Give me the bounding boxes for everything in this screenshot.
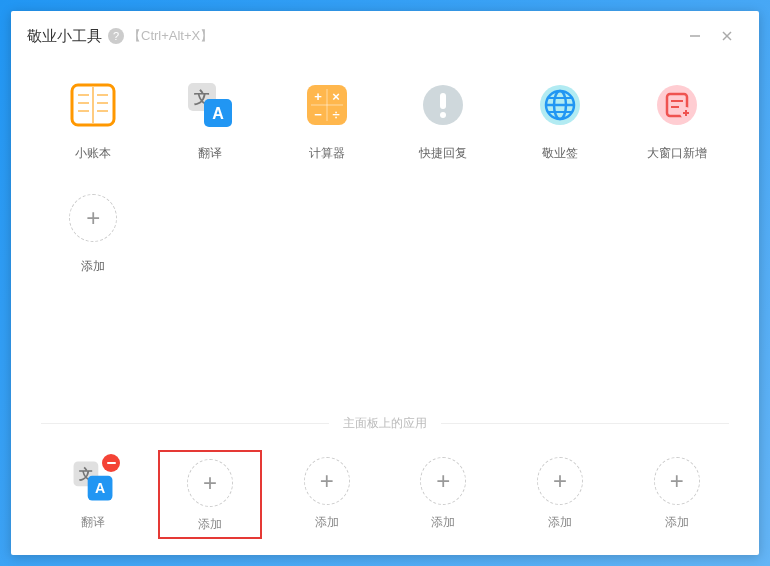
ledger-icon — [67, 79, 119, 131]
tool-label: 敬业签 — [542, 145, 578, 162]
tool-quickreply[interactable]: 快捷回复 — [391, 79, 496, 162]
panel-item-add[interactable]: + 添加 — [391, 450, 496, 539]
svg-rect-23 — [440, 93, 446, 109]
svg-text:÷: ÷ — [332, 107, 339, 122]
tool-label: 快捷回复 — [419, 145, 467, 162]
help-icon[interactable]: ? — [108, 28, 124, 44]
tool-ledger[interactable]: 小账本 — [41, 79, 146, 162]
translate-icon: 文A — [70, 458, 116, 504]
svg-point-31 — [657, 85, 697, 125]
titlebar: 敬业小工具 ? 【Ctrl+Alt+X】 — [11, 11, 759, 61]
panel-item-add[interactable]: + 添加 — [158, 450, 263, 539]
tool-label: 添加 — [81, 258, 105, 275]
tool-add[interactable]: + 添加 — [41, 192, 146, 275]
tool-calculator[interactable]: +×−÷ 计算器 — [274, 79, 379, 162]
tools-grid: 小账本 文A 翻译 +×−÷ 计算器 快捷回复 — [41, 79, 729, 275]
app-window: 敬业小工具 ? 【Ctrl+Alt+X】 小账本 文A 翻译 — [11, 11, 759, 555]
shortcut-hint: 【Ctrl+Alt+X】 — [128, 27, 213, 45]
panel-label: 添加 — [315, 514, 339, 531]
panel-item-translate[interactable]: 文A 翻译 — [41, 450, 146, 539]
panel-label: 添加 — [548, 514, 572, 531]
divider-label: 主面板上的应用 — [329, 415, 441, 432]
panel-item-add[interactable]: + 添加 — [508, 450, 613, 539]
panel-label: 翻译 — [81, 514, 105, 531]
panel-item-add[interactable]: + 添加 — [624, 450, 729, 539]
tool-bigwindow[interactable]: 大窗口新增 — [624, 79, 729, 162]
add-icon: + — [420, 458, 466, 504]
panel-label: 添加 — [665, 514, 689, 531]
calculator-icon: +×−÷ — [301, 79, 353, 131]
panel-item-add[interactable]: + 添加 — [274, 450, 379, 539]
panel-label: 添加 — [198, 516, 222, 533]
remove-icon[interactable] — [102, 454, 120, 472]
tool-label: 计算器 — [309, 145, 345, 162]
panel-label: 添加 — [431, 514, 455, 531]
tool-jingye[interactable]: 敬业签 — [508, 79, 613, 162]
quickreply-icon — [417, 79, 469, 131]
close-button[interactable] — [711, 20, 743, 52]
tool-translate[interactable]: 文A 翻译 — [158, 79, 263, 162]
add-icon: + — [304, 458, 350, 504]
svg-text:A: A — [95, 480, 105, 496]
svg-text:A: A — [212, 105, 224, 122]
app-title: 敬业小工具 — [27, 27, 102, 46]
tool-label: 翻译 — [198, 145, 222, 162]
translate-icon: 文A — [184, 79, 236, 131]
svg-text:−: − — [314, 107, 322, 122]
add-icon: + — [67, 192, 119, 244]
tool-label: 小账本 — [75, 145, 111, 162]
add-icon: + — [187, 460, 233, 506]
content-area: 小账本 文A 翻译 +×−÷ 计算器 快捷回复 — [11, 61, 759, 555]
add-icon: + — [654, 458, 700, 504]
svg-point-24 — [440, 112, 446, 118]
minimize-button[interactable] — [679, 20, 711, 52]
globe-icon — [534, 79, 586, 131]
panel-divider: 主面板上的应用 — [41, 415, 729, 432]
add-icon: + — [537, 458, 583, 504]
newwindow-icon — [651, 79, 703, 131]
tool-label: 大窗口新增 — [647, 145, 707, 162]
svg-text:+: + — [314, 89, 322, 104]
svg-text:×: × — [332, 89, 340, 104]
panel-grid: 文A 翻译 + 添加 + 添加 + 添加 + 添加 — [41, 450, 729, 549]
